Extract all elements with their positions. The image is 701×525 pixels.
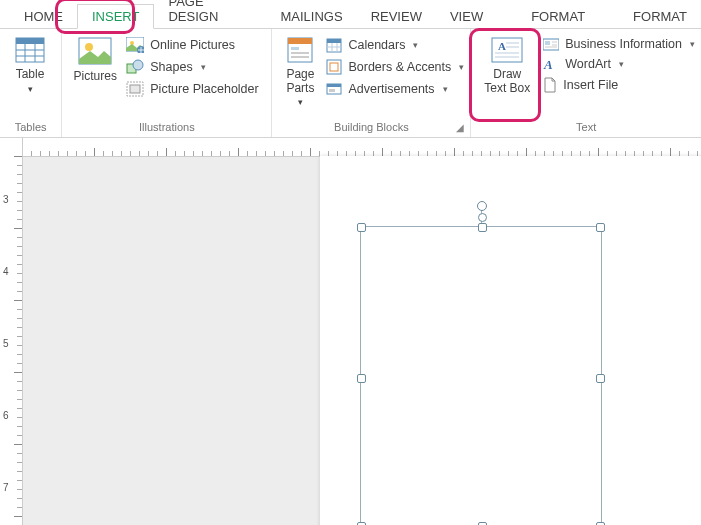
borders-accents-button[interactable]: Borders & Accents▾ bbox=[326, 59, 464, 75]
svg-rect-29 bbox=[329, 89, 335, 92]
building-blocks-dialog-launcher[interactable]: ◢ bbox=[456, 122, 464, 133]
advertisements-icon bbox=[326, 81, 342, 97]
calendars-icon bbox=[326, 37, 342, 53]
online-pictures-icon bbox=[126, 37, 144, 53]
svg-point-12 bbox=[133, 60, 143, 70]
text-flow-handle-top[interactable] bbox=[478, 213, 487, 222]
svg-text:A: A bbox=[498, 40, 506, 52]
picture-placeholder-icon bbox=[126, 81, 144, 97]
horizontal-ruler[interactable] bbox=[22, 138, 701, 157]
svg-rect-17 bbox=[291, 47, 299, 50]
advertisements-button[interactable]: Advertisements▾ bbox=[326, 81, 464, 97]
rotation-handle[interactable] bbox=[477, 201, 487, 211]
svg-rect-26 bbox=[330, 63, 338, 71]
tab-view[interactable]: VIEW bbox=[436, 5, 497, 28]
tab-insert[interactable]: INSERT bbox=[77, 4, 154, 29]
vertical-ruler[interactable]: 3 4 5 6 7 bbox=[0, 138, 23, 525]
group-label-text: Text bbox=[576, 119, 596, 135]
group-label-tables: Tables bbox=[15, 119, 47, 135]
resize-handle-ne[interactable] bbox=[596, 223, 605, 232]
resize-handle-w[interactable] bbox=[357, 374, 366, 383]
page-parts-icon bbox=[286, 37, 314, 63]
pictures-icon bbox=[78, 37, 112, 65]
svg-rect-18 bbox=[291, 52, 309, 54]
svg-rect-37 bbox=[545, 41, 550, 45]
draw-text-box-icon: A bbox=[491, 37, 523, 63]
svg-rect-21 bbox=[327, 39, 341, 43]
svg-point-7 bbox=[85, 43, 93, 51]
picture-placeholder-button[interactable]: Picture Placeholder bbox=[126, 81, 258, 97]
page-parts-button[interactable]: Page Parts▾ bbox=[278, 33, 322, 109]
wordart-button[interactable]: A WordArt▾ bbox=[543, 57, 695, 71]
table-icon bbox=[15, 37, 45, 63]
document-page[interactable] bbox=[320, 156, 701, 525]
tab-home[interactable]: HOME bbox=[10, 5, 77, 28]
borders-accents-icon bbox=[326, 59, 342, 75]
resize-handle-nw[interactable] bbox=[357, 223, 366, 232]
ribbon-tabs: HOME INSERT PAGE DESIGN MAILINGS REVIEW … bbox=[0, 0, 701, 29]
wordart-icon: A bbox=[543, 57, 559, 71]
insert-file-button[interactable]: Insert File bbox=[543, 77, 695, 93]
svg-rect-16 bbox=[288, 38, 312, 44]
svg-rect-19 bbox=[291, 56, 309, 58]
pictures-button[interactable]: Pictures bbox=[68, 33, 122, 83]
resize-handle-n[interactable] bbox=[478, 223, 487, 232]
table-button[interactable]: Table▾ bbox=[6, 33, 54, 96]
insert-file-icon bbox=[543, 77, 557, 93]
calendars-button[interactable]: Calendars▾ bbox=[326, 37, 464, 53]
svg-text:A: A bbox=[543, 57, 553, 71]
shapes-button[interactable]: Shapes▾ bbox=[126, 59, 258, 75]
group-label-building-blocks: Building Blocks bbox=[334, 119, 409, 135]
group-label-illustrations: Illustrations bbox=[139, 119, 195, 135]
tab-review[interactable]: REVIEW bbox=[357, 5, 436, 28]
resize-handle-e[interactable] bbox=[596, 374, 605, 383]
online-pictures-button[interactable]: Online Pictures bbox=[126, 37, 258, 53]
draw-text-box-button[interactable]: A DrawText Box bbox=[477, 33, 537, 95]
document-workarea: 3 4 5 6 7 bbox=[0, 138, 701, 525]
svg-rect-1 bbox=[16, 38, 44, 44]
tab-mailings[interactable]: MAILINGS bbox=[267, 5, 357, 28]
business-info-icon bbox=[543, 37, 559, 51]
ribbon: Table▾ Tables Pictures Online Pictures bbox=[0, 29, 701, 138]
tab-format-2[interactable]: FORMAT bbox=[619, 5, 701, 28]
business-information-button[interactable]: Business Information▾ bbox=[543, 37, 695, 51]
svg-rect-28 bbox=[327, 84, 341, 87]
shapes-icon bbox=[126, 59, 144, 75]
tab-format-1[interactable]: FORMAT bbox=[517, 5, 599, 28]
svg-rect-14 bbox=[130, 85, 140, 93]
svg-rect-30 bbox=[492, 38, 522, 62]
svg-rect-25 bbox=[327, 60, 341, 74]
tab-page-design[interactable]: PAGE DESIGN bbox=[154, 0, 266, 28]
text-box[interactable] bbox=[360, 226, 602, 525]
